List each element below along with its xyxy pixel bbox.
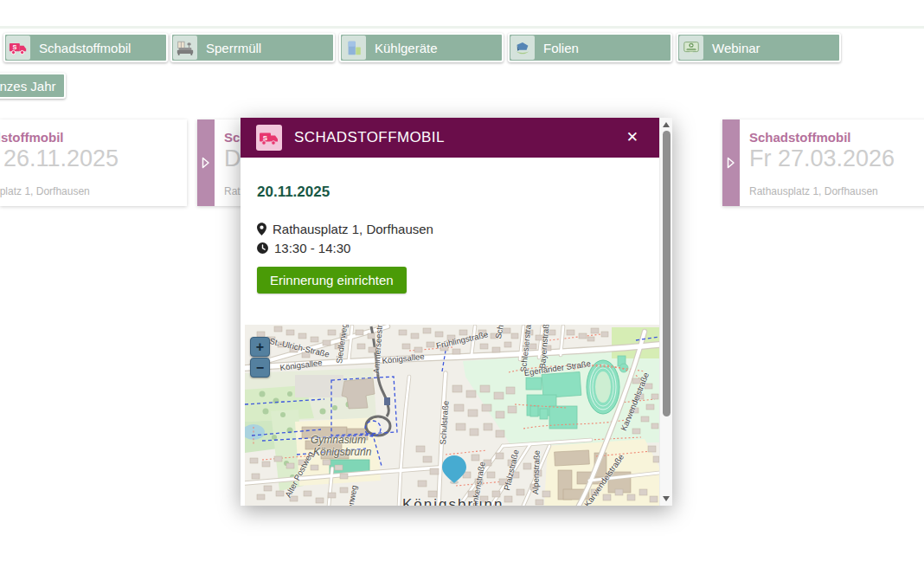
card-accent-strip[interactable] — [722, 119, 740, 206]
filter-button-webinar[interactable]: Webinar — [677, 33, 841, 62]
foil-icon — [510, 36, 535, 60]
filter-button-folien[interactable]: Folien — [508, 33, 672, 62]
modal-location-row: Rathausplatz 1, Dorfhausen — [257, 222, 433, 236]
event-card-address: Rathausplatz 1, Dorfhausen — [749, 185, 878, 197]
event-card-date: Fr 27.03.2026 — [749, 145, 895, 172]
svg-text:S: S — [12, 43, 16, 51]
event-card-3[interactable]: Schadstoffmobil Fr 27.03.2026 Rathauspla… — [722, 119, 924, 206]
filter-label: Webinar — [712, 41, 760, 55]
poi-label-gymnasium: Gymnasium — [311, 434, 366, 446]
city-label: Königsbrunn — [402, 496, 504, 506]
poi-label-gymnasium: Königsbrunn — [313, 446, 371, 458]
scrollbar-thumb[interactable] — [663, 131, 671, 416]
play-arrow-icon — [727, 157, 735, 169]
fridge-icon — [342, 36, 366, 60]
filter-label: Schadstoffmobil — [39, 41, 131, 55]
event-card-address: Rathausplatz 1, Dorfhausen — [0, 185, 90, 197]
modal-event-date: 20.11.2025 — [257, 184, 330, 201]
modal-time-row: 13:30 - 14:30 — [257, 241, 350, 255]
filter-button-sperrmuell[interactable]: Sperrmüll — [170, 33, 335, 62]
filter-label: Kühlgeräte — [375, 41, 438, 55]
scroll-down-arrow-icon[interactable] — [663, 496, 670, 501]
event-card-title: Schadstoffmobil — [749, 130, 851, 145]
page-top-divider — [0, 26, 924, 29]
modal-time: 13:30 - 14:30 — [274, 241, 350, 255]
filter-button-schadstoffmobil[interactable]: S Schadstoffmobil — [3, 33, 168, 62]
map-zoom-out-button[interactable]: − — [250, 358, 270, 378]
event-detail-modal: S SCHADSTOFFMOBIL ✕ 20.11.2025 Rathauspl… — [241, 118, 672, 506]
play-arrow-icon — [202, 157, 210, 169]
card-accent-strip[interactable] — [197, 119, 215, 206]
modal-title: SCHADSTOFFMOBIL — [294, 129, 445, 146]
filter-label: Sperrmüll — [206, 41, 261, 55]
clock-icon — [257, 242, 268, 254]
reminder-button[interactable]: Erinnerung einrichten — [257, 267, 407, 294]
webinar-icon — [679, 36, 703, 60]
modal-address: Rathausplatz 1, Dorfhausen — [273, 222, 433, 236]
filter-button-kuehlgeraete[interactable]: Kühlgeräte — [339, 33, 504, 62]
whole-year-button[interactable]: Ganzes Jahr — [0, 73, 66, 99]
sofa-icon — [173, 36, 197, 60]
event-card-title: Schadstoffmobil — [0, 130, 64, 145]
hazmat-truck-icon: S — [6, 36, 30, 60]
hazmat-truck-icon: S — [256, 125, 282, 151]
street-label: Alpenstraße — [530, 450, 542, 495]
event-card-date: 26.11.2025 — [3, 145, 119, 172]
location-pin-icon — [257, 223, 266, 236]
scroll-up-arrow-icon[interactable] — [663, 122, 670, 127]
map-canvas[interactable]: St.-Ulrich-Straße Siedlerweg Ammerseestr… — [245, 325, 659, 506]
modal-scrollbar[interactable] — [659, 118, 672, 506]
svg-text:S: S — [263, 133, 268, 141]
modal-header: S SCHADSTOFFMOBIL ✕ — [241, 118, 659, 158]
map-zoom-in-button[interactable]: + — [250, 337, 270, 357]
filter-label: Folien — [543, 41, 579, 55]
close-icon[interactable]: ✕ — [626, 129, 638, 146]
event-card-1[interactable]: Schadstoffmobil 26.11.2025 Rathausplatz … — [0, 119, 187, 206]
whole-year-label: Ganzes Jahr — [0, 79, 56, 94]
